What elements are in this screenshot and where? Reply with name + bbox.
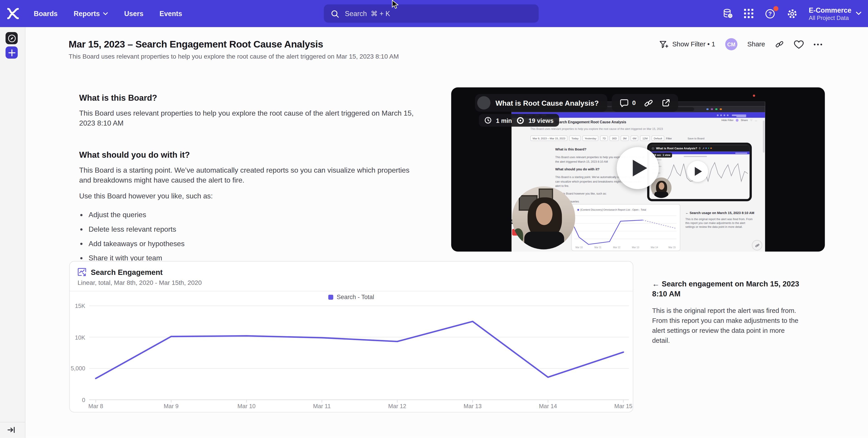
nested-video-card: What is Root Cause Analysis? 0 ↗ 18 sec: [647, 143, 752, 201]
nested-ext-dot: [708, 147, 709, 149]
link-icon[interactable]: [644, 98, 653, 108]
date-option[interactable]: 30D: [610, 136, 619, 141]
date-option[interactable]: Default: [651, 136, 664, 141]
x-axis-label: Mar 9: [154, 402, 188, 409]
nav-item-reports[interactable]: Reports: [73, 10, 108, 18]
top-right-controls: ? E-Commerce All Project Data: [722, 0, 862, 27]
y-axis-label: 15K: [70, 302, 85, 309]
mini-filter-label[interactable]: Filter: [666, 137, 672, 140]
report-subtitle: Linear, total, Mar 8th, 2020 - Mar 15th,…: [78, 279, 202, 286]
mini-toolbar: Hide Filter Share ♡ …: [721, 119, 757, 122]
video-title: What is Root Cause Analysis?: [495, 99, 599, 107]
apps-grid-icon[interactable]: [744, 9, 753, 18]
nav-item-boards[interactable]: Boards: [34, 10, 58, 18]
mini-x-label: Mar 13: [629, 246, 642, 249]
show-filter-button[interactable]: Show Filter • 1: [659, 40, 715, 49]
nested-ext-dot: [706, 147, 707, 149]
help-icon[interactable]: ?: [765, 8, 776, 19]
mini-page-subtitle: This Board uses relevant properties to h…: [530, 127, 696, 131]
mini-x-label: Mar 12: [611, 246, 623, 249]
video-views: 19 views: [528, 117, 554, 124]
more-menu-button[interactable]: [814, 43, 822, 45]
list-item: Adjust the queries: [89, 210, 420, 220]
date-range-pill[interactable]: Mar 9, 2023 – Mar 15, 2023: [530, 136, 567, 141]
comment-count: 0: [632, 100, 636, 106]
webcam-body: [654, 192, 668, 198]
link-icon: [755, 243, 759, 247]
nested-play-button[interactable]: [687, 161, 708, 182]
y-axis-label: 10K: [70, 334, 85, 340]
nested-video-screen: What is Root Cause Analysis? 0 ↗ 18 sec: [649, 145, 749, 199]
mini-avatar: [736, 119, 738, 122]
legend-label: Search - Total: [337, 294, 374, 300]
webcam-face: [536, 203, 553, 225]
project-switcher[interactable]: E-Commerce All Project Data: [809, 6, 861, 21]
page-title: Mar 15, 2023 – Search Engagement Root Ca…: [69, 39, 323, 50]
mixpanel-logo-icon[interactable]: [7, 7, 19, 20]
date-option[interactable]: 3M: [621, 136, 629, 141]
share-button[interactable]: Share: [747, 40, 765, 48]
video-actions-pill: 0: [612, 94, 678, 111]
line-chart-icon: [78, 268, 86, 276]
y-axis-label: 0: [70, 396, 85, 403]
nested-ext-dot: [711, 147, 712, 149]
report-title: Search Engagement: [91, 268, 163, 276]
section-paragraph: Use this Board however you like, such as…: [79, 192, 420, 201]
svg-text:?: ?: [768, 10, 772, 16]
board-toolbar: Show Filter • 1 CM Share: [659, 38, 822, 51]
mini-date-bar: Mar 9, 2023 – Mar 15, 2023 Today Yesterd…: [530, 136, 672, 141]
settings-gear-icon[interactable]: [787, 8, 798, 19]
mini-save-to-board: Save to Board: [687, 137, 704, 140]
report-header: Search Engagement: [78, 268, 163, 276]
nested-video-title: What is Root Cause Analysis?: [656, 146, 697, 150]
discover-button[interactable]: [5, 32, 18, 44]
mouse-cursor: [392, 0, 400, 10]
date-option[interactable]: 12M: [640, 136, 650, 141]
mini-x-label: Mar 14: [648, 246, 660, 249]
chart-legend[interactable]: Search - Total: [70, 294, 633, 300]
nested-avatar: [652, 147, 654, 149]
mini-chart-card: [Content Discovery] Omnisearch Report Li…: [571, 204, 680, 251]
arrow-to-bar-icon: [7, 426, 16, 434]
report-card[interactable]: Search Engagement Linear, total, Mar 8th…: [69, 261, 633, 413]
notification-dot: [773, 6, 778, 11]
date-option[interactable]: 7D: [600, 136, 608, 141]
nav-item-users[interactable]: Users: [124, 10, 144, 18]
play-icon: [695, 167, 702, 176]
data-management-icon[interactable]: [722, 8, 733, 19]
favorite-button[interactable]: [794, 40, 804, 49]
nav-item-events[interactable]: Events: [159, 10, 182, 18]
x-axis-label: Mar 14: [531, 402, 565, 409]
mini-chart-legend: [Content Discovery] Omnisearch Report Li…: [578, 208, 646, 211]
section-paragraph: This Board uses relevant properties to h…: [79, 108, 420, 128]
left-rail: [0, 27, 25, 438]
comment-icon[interactable]: [620, 98, 629, 107]
mini-x-label: Mar 11: [592, 246, 604, 249]
search-input[interactable]: [344, 9, 512, 18]
play-icon: [633, 160, 647, 176]
mini-scrollbar: [763, 121, 764, 153]
open-external-icon[interactable]: [662, 98, 671, 107]
mini-extension-dot: [720, 108, 722, 110]
add-button[interactable]: [5, 46, 18, 59]
mini-floating-link-button: [752, 240, 762, 250]
suggestions-list: Adjust the queries Delete less relevant …: [79, 210, 420, 263]
expand-sidebar-button[interactable]: [7, 426, 16, 434]
avatar[interactable]: CM: [725, 38, 738, 50]
nested-link-icon: ↗: [702, 146, 705, 150]
date-option[interactable]: 6M: [630, 136, 639, 141]
mini-x-label: Mar 10: [573, 246, 585, 249]
global-search[interactable]: [324, 4, 539, 23]
primary-nav: Boards Reports Users Events: [34, 10, 182, 18]
compass-icon: [7, 34, 16, 42]
date-option[interactable]: Yesterday: [582, 136, 598, 141]
copy-link-button[interactable]: [775, 40, 784, 48]
video-player[interactable]: Mar 15, 2023 - Search Engagement Root Ca…: [451, 87, 825, 251]
top-nav-bar: Boards Reports Users Events: [0, 0, 868, 27]
list-item: Delete less relevant reports: [89, 225, 420, 234]
date-option[interactable]: Today: [569, 136, 581, 141]
mini-chart-line: [572, 211, 679, 246]
chevron-down-icon: [103, 12, 108, 15]
heart-icon: [794, 40, 804, 49]
play-button[interactable]: [617, 147, 659, 189]
